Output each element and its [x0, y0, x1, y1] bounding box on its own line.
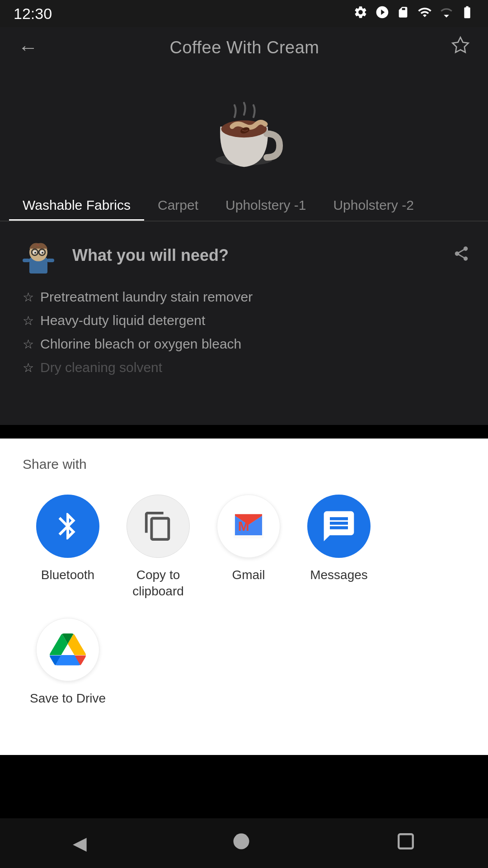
list-item: ☆ Pretreatment laundry stain remover [23, 289, 470, 305]
share-clipboard[interactable]: Copy to clipboard [113, 495, 203, 600]
share-sheet: Share with Bluetooth Copy to clipboard [0, 439, 488, 755]
nav-bar: ◀ [0, 818, 488, 868]
list-item: ☆ Chlorine bleach or oxygen bleach [23, 336, 470, 352]
sdcard-icon [397, 5, 409, 23]
play-icon [375, 5, 389, 23]
messages-icon-circle [307, 495, 371, 558]
list-item: ☆ Heavy-duty liquid detergent [23, 313, 470, 328]
gmail-label: Gmail [232, 567, 265, 583]
drive-label: Save to Drive [30, 690, 106, 707]
settings-icon [353, 5, 368, 23]
svg-point-17 [234, 833, 249, 849]
status-time: 12:30 [14, 5, 52, 23]
top-bar: ← Coffee With Cream [0, 27, 488, 68]
gmail-icon-circle: M [217, 495, 280, 558]
battery-icon [460, 5, 474, 23]
svg-point-10 [34, 252, 36, 254]
back-button[interactable]: ← [18, 36, 38, 59]
bluetooth-icon-circle [36, 495, 99, 558]
drive-icon-circle [36, 618, 99, 681]
svg-rect-13 [23, 259, 30, 262]
svg-text:M: M [238, 519, 249, 533]
section-title: What you will need? [72, 246, 439, 265]
tab-carpet[interactable]: Carpet [144, 191, 212, 221]
tab-upholstery-1[interactable]: Upholstery -1 [212, 191, 319, 221]
share-button[interactable] [453, 245, 470, 266]
tab-upholstery-2[interactable]: Upholstery -2 [319, 191, 427, 221]
status-icons [353, 5, 474, 23]
dim-transition [0, 425, 488, 439]
item-list: ☆ Pretreatment laundry stain remover ☆ H… [18, 289, 470, 383]
bluetooth-label: Bluetooth [41, 567, 94, 583]
wifi-icon [417, 5, 433, 23]
bookmark-button[interactable] [451, 36, 470, 59]
messages-label: Messages [310, 567, 368, 583]
nav-home-button[interactable] [232, 832, 251, 855]
nav-back-button[interactable]: ◀ [73, 833, 87, 854]
clipboard-label: Copy to clipboard [113, 567, 203, 600]
share-gmail[interactable]: M Gmail [203, 495, 294, 600]
status-bar: 12:30 [0, 0, 488, 27]
svg-text:~: ~ [36, 242, 39, 248]
page-title: Coffee With Cream [170, 38, 319, 57]
clipboard-icon-circle [127, 495, 190, 558]
nav-recent-button[interactable] [396, 832, 415, 855]
signal-icon [440, 5, 453, 23]
coffee-image [0, 68, 488, 185]
share-title: Share with [23, 457, 465, 472]
svg-rect-18 [399, 834, 413, 849]
share-bluetooth[interactable]: Bluetooth [23, 495, 113, 600]
content-card: ~ What you will need? ☆ Pretreatment lau… [18, 235, 470, 383]
content-area: ~ What you will need? ☆ Pretreatment lau… [0, 222, 488, 397]
card-header: ~ What you will need? [18, 235, 470, 276]
tab-washable-fabrics[interactable]: Washable Fabrics [9, 191, 144, 221]
list-item: ☆ Dry cleaning solvent [23, 360, 470, 375]
tabs: Washable Fabrics Carpet Upholstery -1 Up… [0, 185, 488, 222]
svg-point-11 [42, 252, 43, 254]
share-drive[interactable]: Save to Drive [23, 618, 113, 707]
character-icon: ~ [18, 235, 59, 276]
share-messages[interactable]: Messages [294, 495, 384, 600]
share-grid: Bluetooth Copy to clipboard [23, 495, 465, 716]
svg-rect-14 [47, 259, 54, 262]
app-background: ← Coffee With Cream [0, 27, 488, 425]
